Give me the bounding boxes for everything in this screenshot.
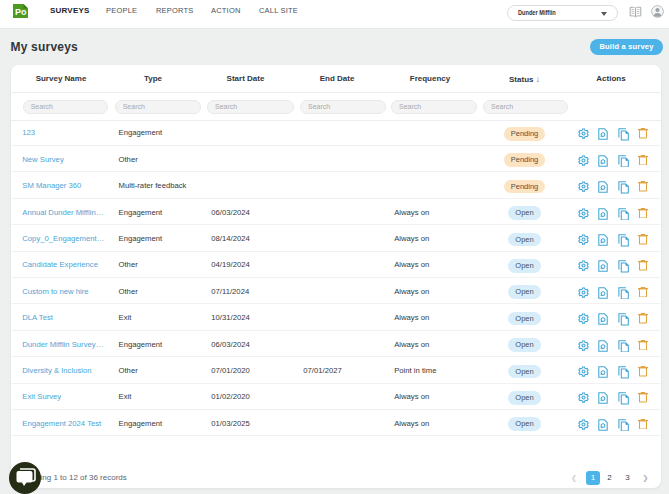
svg-text:Po: Po <box>15 6 27 16</box>
